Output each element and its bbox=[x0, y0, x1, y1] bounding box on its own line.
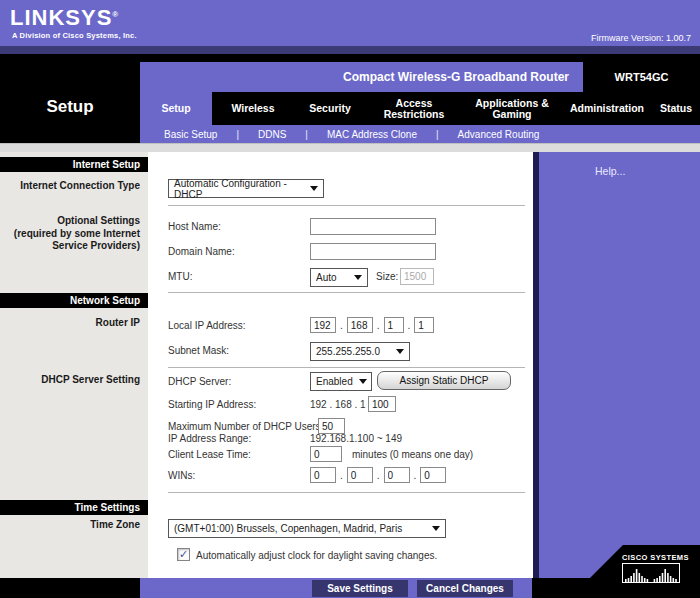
top-header: LINKSYS® A Division of Cisco Systems, In… bbox=[0, 0, 700, 46]
wins-octet-2[interactable] bbox=[347, 467, 373, 483]
dropdown-arrow-icon bbox=[310, 186, 318, 191]
internet-connection-type-value: Automatic Configuration - DHCP bbox=[174, 178, 304, 200]
label-time-zone: Time Zone bbox=[0, 519, 140, 532]
optional-settings-line1: Optional Settings bbox=[0, 215, 140, 228]
local-ip-octet-2[interactable] bbox=[347, 317, 373, 333]
router-admin-page: LINKSYS® A Division of Cisco Systems, In… bbox=[0, 0, 700, 598]
max-dhcp-users-label: Maximum Number of DHCP Users: bbox=[168, 421, 323, 432]
tab-security[interactable]: Security bbox=[294, 92, 366, 125]
domain-name-label: Domain Name: bbox=[168, 246, 235, 257]
client-lease-label: Client Lease Time: bbox=[168, 449, 251, 460]
subnav-mac-address-clone[interactable]: MAC Address Clone bbox=[327, 129, 417, 140]
optional-settings-line3: Service Providers) bbox=[0, 240, 140, 253]
subnav-separator: | bbox=[305, 129, 308, 140]
subnav-ddns[interactable]: DDNS bbox=[258, 129, 286, 140]
page-title: Setup bbox=[0, 97, 140, 117]
dhcp-server-value: Enabled bbox=[316, 376, 353, 387]
wins-octet-1[interactable] bbox=[310, 467, 336, 483]
section-internet-setup: Internet Setup bbox=[0, 157, 148, 172]
subnav-separator: | bbox=[436, 129, 439, 140]
section-time-settings: Time Settings bbox=[0, 500, 148, 515]
daylight-saving-label: Automatically adjust clock for daylight … bbox=[196, 550, 437, 561]
dhcp-server-label: DHCP Server: bbox=[168, 376, 231, 387]
wins-octets: . . . bbox=[310, 467, 446, 483]
divider bbox=[168, 205, 525, 206]
linksys-logo-text: LINKSYS bbox=[10, 5, 112, 30]
time-zone-value: (GMT+01:00) Brussels, Copenhagen, Madrid… bbox=[174, 523, 402, 534]
subnet-mask-select[interactable]: 255.255.255.0 bbox=[310, 342, 410, 361]
subnav-basic-setup[interactable]: Basic Setup bbox=[164, 129, 217, 140]
local-ip-octets: . . . bbox=[310, 317, 434, 333]
product-title: Compact Wireless-G Broadband Router bbox=[140, 62, 583, 92]
divider bbox=[168, 292, 525, 293]
label-router-ip: Router IP bbox=[0, 317, 140, 330]
octet-dot: . bbox=[340, 470, 343, 481]
client-lease-suffix: minutes (0 means one day) bbox=[352, 449, 473, 460]
cisco-logo-text: Cisco Systems bbox=[622, 553, 689, 562]
dropdown-arrow-icon bbox=[396, 349, 404, 354]
label-internet-connection-type: Internet Connection Type bbox=[0, 180, 140, 193]
octet-dot: . bbox=[377, 320, 380, 331]
local-ip-octet-1[interactable] bbox=[310, 317, 336, 333]
local-ip-label: Local IP Address: bbox=[168, 320, 246, 331]
local-ip-octet-4[interactable] bbox=[414, 317, 434, 333]
domain-name-input[interactable] bbox=[310, 243, 436, 260]
registered-mark: ® bbox=[112, 10, 119, 19]
internet-connection-type-select[interactable]: Automatic Configuration - DHCP bbox=[168, 179, 324, 198]
content-area bbox=[148, 152, 533, 578]
checkmark-icon: ✓ bbox=[179, 548, 188, 561]
mtu-label: MTU: bbox=[168, 271, 192, 282]
optional-settings-line2: (required by some Internet bbox=[0, 228, 140, 241]
tab-setup[interactable]: Setup bbox=[140, 92, 212, 125]
sub-navbar: Basic Setup | DDNS | MAC Address Clone |… bbox=[140, 125, 700, 143]
dropdown-arrow-icon bbox=[432, 526, 440, 531]
wins-octet-3[interactable] bbox=[384, 467, 410, 483]
tab-access-restrictions[interactable]: Access Restrictions bbox=[366, 92, 462, 125]
tab-applications-gaming[interactable]: Applications & Gaming bbox=[462, 92, 562, 125]
size-label: Size: bbox=[376, 271, 398, 282]
divider bbox=[168, 367, 525, 368]
local-ip-octet-3[interactable] bbox=[384, 317, 404, 333]
subnav-separator: | bbox=[236, 129, 239, 140]
assign-static-dhcp-button[interactable]: Assign Static DHCP bbox=[377, 371, 511, 390]
ip-range-value: 192.168.1.100 ~ 149 bbox=[310, 433, 402, 444]
help-link[interactable]: Help... bbox=[595, 165, 625, 177]
dropdown-arrow-icon bbox=[359, 379, 367, 384]
subnav-advanced-routing[interactable]: Advanced Routing bbox=[458, 129, 540, 140]
mtu-size-input bbox=[400, 268, 434, 285]
octet-dot: . bbox=[377, 470, 380, 481]
linksys-logo: LINKSYS® bbox=[10, 5, 119, 31]
ip-range-label: IP Address Range: bbox=[168, 433, 251, 444]
mtu-select[interactable]: Auto bbox=[310, 268, 368, 287]
divider bbox=[168, 492, 525, 493]
wins-octet-4[interactable] bbox=[420, 467, 446, 483]
wins-label: WINs: bbox=[168, 470, 195, 481]
time-zone-select[interactable]: (GMT+01:00) Brussels, Copenhagen, Madrid… bbox=[168, 519, 446, 538]
dhcp-server-select[interactable]: Enabled bbox=[310, 372, 372, 391]
content-top-band bbox=[0, 143, 700, 152]
host-name-input[interactable] bbox=[310, 218, 436, 235]
cancel-changes-button[interactable]: Cancel Changes bbox=[417, 580, 513, 597]
starting-ip-input[interactable] bbox=[368, 396, 396, 412]
starting-ip-prefix: 192 . 168 . 1 . bbox=[310, 399, 371, 410]
tab-wireless[interactable]: Wireless bbox=[212, 92, 294, 125]
main-tabbar: Setup Wireless Security Access Restricti… bbox=[140, 92, 700, 125]
octet-dot: . bbox=[340, 320, 343, 331]
tab-administration[interactable]: Administration bbox=[562, 92, 652, 125]
client-lease-input[interactable] bbox=[310, 446, 342, 462]
subnet-mask-label: Subnet Mask: bbox=[168, 345, 229, 356]
daylight-saving-checkbox[interactable]: ✓ bbox=[177, 548, 190, 561]
mtu-value: Auto bbox=[316, 272, 337, 283]
octet-dot: . bbox=[414, 470, 417, 481]
label-optional-settings: Optional Settings (required by some Inte… bbox=[0, 215, 140, 253]
save-settings-button[interactable]: Save Settings bbox=[312, 580, 408, 597]
help-panel: Help... bbox=[539, 152, 700, 578]
dropdown-arrow-icon bbox=[354, 275, 362, 280]
cisco-logo-icon bbox=[622, 563, 680, 583]
max-dhcp-users-input[interactable] bbox=[318, 418, 345, 434]
host-name-label: Host Name: bbox=[168, 221, 221, 232]
header-divider-strip bbox=[0, 46, 700, 54]
octet-dot: . bbox=[408, 320, 411, 331]
section-network-setup: Network Setup bbox=[0, 293, 148, 308]
tab-status[interactable]: Status bbox=[652, 92, 700, 125]
